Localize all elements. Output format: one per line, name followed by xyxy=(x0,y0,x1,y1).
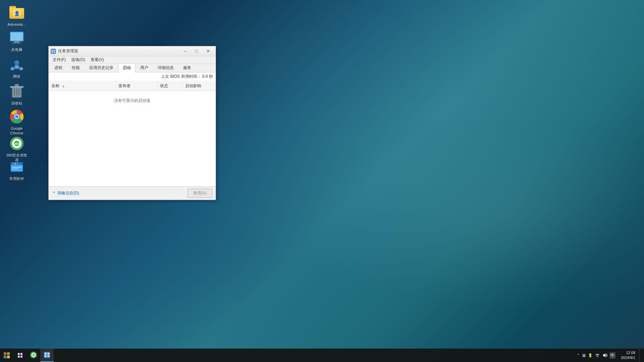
svg-rect-50 xyxy=(44,352,50,358)
administrator-icon: 👤 xyxy=(9,5,25,21)
menu-view[interactable]: 查看(V) xyxy=(88,56,107,64)
battery-icon[interactable]: 🔋 xyxy=(588,353,593,358)
bios-status-label: 上次 BIOS 所用时间： xyxy=(161,74,201,79)
empty-row: 没有可显示的启动项 xyxy=(49,91,216,111)
desktop-icon-chrome[interactable]: Google Chrome xyxy=(3,107,30,137)
chrome-icon xyxy=(9,109,25,125)
table-header-row: 名称 ▲ 发布者 状态 启动影响 xyxy=(49,81,216,91)
svg-rect-4 xyxy=(15,65,19,69)
svg-rect-33 xyxy=(12,169,19,169)
desktop-icon-computer[interactable]: 此电脑 xyxy=(3,28,30,53)
minimize-button[interactable]: ─ xyxy=(179,46,191,56)
volume-icon[interactable] xyxy=(602,353,607,358)
svg-point-55 xyxy=(597,356,598,357)
taskbar-right: ⌃ 🖥 🔋 中 12:08 xyxy=(575,349,644,362)
network-icon xyxy=(9,57,25,73)
svg-rect-6 xyxy=(19,67,23,70)
svg-text:360: 360 xyxy=(14,142,19,145)
software-icon xyxy=(9,159,25,175)
recycle-bin-icon xyxy=(9,83,25,100)
disable-button[interactable]: 禁用(A) xyxy=(187,189,212,198)
360-icon: 360 xyxy=(9,135,25,152)
bios-status-bar: 上次 BIOS 所用时间： 0.0 秒 xyxy=(49,72,216,81)
sort-arrow-name: ▲ xyxy=(62,84,65,88)
administrator-label: Administr... xyxy=(8,22,26,27)
desktop-icon-administrator[interactable]: 👤 Administr... xyxy=(3,3,30,28)
tab-details[interactable]: 详细信息 xyxy=(153,63,178,72)
taskbar-clock[interactable]: 12:08 2024/9/1 xyxy=(618,350,638,361)
svg-rect-40 xyxy=(7,352,10,355)
col-status[interactable]: 状态 xyxy=(157,81,182,91)
svg-rect-51 xyxy=(45,353,46,354)
desktop-icon-software[interactable]: 常用软件 xyxy=(3,158,30,182)
menu-file[interactable]: 文件(F) xyxy=(50,56,68,64)
task-manager-window-icon xyxy=(51,49,56,54)
summary-toggle[interactable]: ⌃ 简略信息(D) xyxy=(52,190,79,196)
svg-point-31 xyxy=(17,163,18,164)
footer-right: 禁用(A) xyxy=(187,189,212,198)
desktop-icon-recycle[interactable]: 回收站 xyxy=(3,82,30,107)
window-footer: ⌃ 简略信息(D) 禁用(A) xyxy=(49,186,216,200)
tab-startup[interactable]: 启动 xyxy=(118,63,135,72)
taskbar-task-manager[interactable] xyxy=(40,349,54,362)
taskbar-task-manager-icon xyxy=(43,351,51,359)
computer-icon xyxy=(9,30,25,46)
start-button[interactable] xyxy=(0,349,13,362)
svg-rect-3 xyxy=(12,43,21,44)
svg-rect-2 xyxy=(14,41,19,43)
tab-processes[interactable]: 进程 xyxy=(50,63,67,72)
svg-rect-42 xyxy=(7,356,10,358)
svg-rect-54 xyxy=(48,355,49,357)
tab-app-history[interactable]: 应用历史记录 xyxy=(85,63,118,72)
svg-rect-37 xyxy=(52,52,53,53)
task-manager-window: 任务管理器 ─ □ ✕ 文件(F) 选项(O) 查看(V) 进程 性能 应用历史… xyxy=(48,46,216,200)
svg-rect-43 xyxy=(18,353,20,355)
system-tray: ⌃ 🖥 🔋 中 xyxy=(575,352,617,359)
taskbar-360-browser[interactable] xyxy=(27,349,40,362)
svg-rect-14 xyxy=(15,84,19,86)
clock-time: 12:08 xyxy=(621,350,635,355)
network-status-icon[interactable] xyxy=(595,353,600,358)
windows-logo-icon xyxy=(4,352,10,358)
empty-message: 没有可显示的启动项 xyxy=(49,91,216,111)
col-startup-impact[interactable]: 启动影响 xyxy=(182,81,216,91)
taskbar-360-icon xyxy=(30,351,37,359)
desktop: 👤 Administr... 此电脑 xyxy=(0,0,644,362)
tray-arrow-icon[interactable]: ⌃ xyxy=(577,353,580,358)
task-view-icon xyxy=(17,353,23,358)
clock-date: 2024/9/1 xyxy=(621,355,635,360)
computer-label: 此电脑 xyxy=(11,47,22,52)
svg-rect-38 xyxy=(54,52,55,53)
window-controls: ─ □ ✕ xyxy=(179,46,214,56)
col-publisher[interactable]: 发布者 xyxy=(115,81,157,91)
monitor-icon[interactable]: 🖥 xyxy=(582,353,586,358)
svg-point-8 xyxy=(16,62,18,64)
maximize-button[interactable]: □ xyxy=(191,46,202,56)
tab-users[interactable]: 用户 xyxy=(136,63,153,72)
task-view-button[interactable] xyxy=(13,349,27,362)
window-menubar: 文件(F) 选项(O) 查看(V) xyxy=(49,56,216,64)
window-content: 上次 BIOS 所用时间： 0.0 秒 名称 ▲ 发布者 xyxy=(49,72,216,186)
svg-rect-36 xyxy=(54,50,55,51)
show-desktop-button[interactable] xyxy=(639,349,641,362)
tab-services[interactable]: 服务 xyxy=(179,63,196,72)
col-name[interactable]: 名称 ▲ xyxy=(49,81,115,91)
desktop-icon-network[interactable]: 网络 xyxy=(3,55,30,80)
recycle-label: 回收站 xyxy=(11,101,22,106)
svg-rect-41 xyxy=(4,356,6,358)
svg-rect-45 xyxy=(18,356,20,358)
taskbar: ⌃ 🖥 🔋 中 12:08 xyxy=(0,349,644,362)
window-titlebar[interactable]: 任务管理器 ─ □ ✕ xyxy=(49,46,216,56)
software-label: 常用软件 xyxy=(9,176,24,181)
svg-point-21 xyxy=(15,115,18,118)
svg-point-49 xyxy=(33,354,35,356)
summary-label: 简略信息(D) xyxy=(57,190,79,196)
svg-rect-34 xyxy=(51,49,56,54)
svg-rect-35 xyxy=(52,50,53,51)
tab-performance[interactable]: 性能 xyxy=(67,63,84,72)
menu-options[interactable]: 选项(O) xyxy=(68,56,88,64)
close-button[interactable]: ✕ xyxy=(202,46,214,56)
svg-rect-52 xyxy=(48,353,49,354)
ime-icon[interactable]: 中 xyxy=(609,352,615,359)
svg-rect-1 xyxy=(11,33,23,41)
